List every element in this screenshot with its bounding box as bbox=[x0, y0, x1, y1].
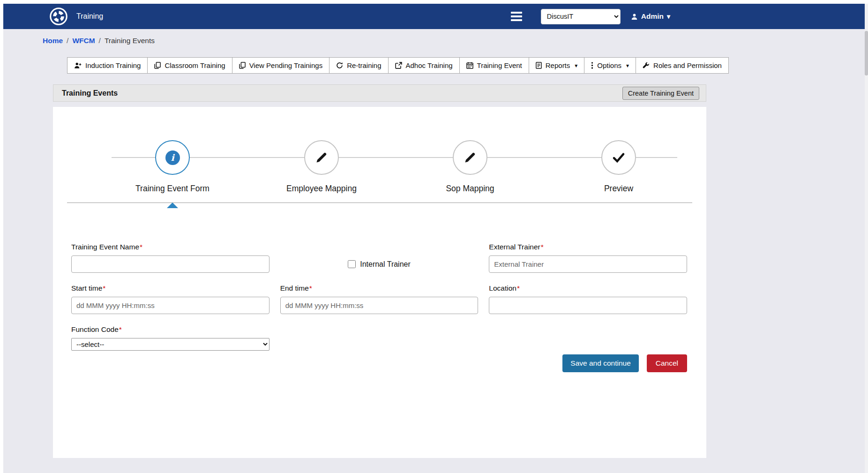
pencil-icon bbox=[314, 150, 329, 165]
toolbar-label: Classroom Training bbox=[165, 61, 225, 69]
location-label: Location* bbox=[489, 284, 687, 293]
wizard-step-employee-mapping[interactable]: Employee Mapping bbox=[265, 140, 378, 194]
scrollbar-thumb[interactable] bbox=[865, 31, 868, 75]
breadcrumb-home[interactable]: Home bbox=[43, 37, 63, 45]
field-external-trainer: External Trainer* bbox=[489, 243, 687, 273]
required-asterisk: * bbox=[119, 325, 122, 333]
required-asterisk: * bbox=[140, 243, 142, 251]
toolbar-reports-dropdown[interactable]: Reports ▾ bbox=[529, 57, 585, 74]
app-viewport: Training DiscusIT Admin ▾ Home / WFCM / bbox=[3, 4, 865, 473]
external-link-icon bbox=[395, 62, 402, 69]
toolbar-label: Re-training bbox=[347, 61, 381, 69]
wizard-step-training-event-form[interactable]: i Training Event Form bbox=[116, 140, 229, 194]
internal-trainer-label: Internal Trainer bbox=[360, 260, 411, 269]
top-navbar: Training DiscusIT Admin ▾ bbox=[3, 4, 865, 29]
breadcrumb: Home / WFCM / Training Events bbox=[43, 37, 865, 45]
vertical-scrollbar[interactable] bbox=[865, 4, 868, 473]
app-logo-icon bbox=[49, 7, 68, 26]
toolbar-classroom-training[interactable]: Classroom Training bbox=[147, 57, 232, 74]
org-select[interactable]: DiscusIT bbox=[541, 9, 621, 24]
dots-vertical-icon bbox=[591, 62, 593, 69]
active-step-pointer-icon bbox=[167, 203, 178, 208]
wizard-step-circle[interactable] bbox=[601, 140, 636, 175]
wizard-step-label: Employee Mapping bbox=[265, 184, 378, 194]
field-end-time: End time* bbox=[280, 284, 479, 314]
wizard-step-circle[interactable] bbox=[304, 140, 339, 175]
required-asterisk: * bbox=[103, 284, 105, 292]
wizard-step-circle[interactable] bbox=[453, 140, 487, 175]
training-event-name-label: Training Event Name* bbox=[71, 243, 269, 251]
brand-title: Training bbox=[76, 12, 103, 21]
required-asterisk: * bbox=[309, 284, 312, 292]
refresh-icon bbox=[336, 62, 343, 69]
toolbar-label: Induction Training bbox=[85, 61, 141, 69]
required-asterisk: * bbox=[517, 284, 520, 292]
required-asterisk: * bbox=[541, 243, 544, 251]
toolbar-label: Roles and Permission bbox=[653, 61, 722, 69]
field-function-code: Function Code* --select-- bbox=[71, 325, 269, 351]
breadcrumb-current: Training Events bbox=[105, 37, 155, 45]
toolbar-label: Options bbox=[597, 61, 621, 69]
info-icon: i bbox=[165, 150, 180, 165]
location-input[interactable] bbox=[489, 297, 687, 314]
field-start-time: Start time* bbox=[71, 284, 269, 314]
panel-header: Training Events Create Training Event bbox=[53, 84, 706, 102]
toolbar-label: Reports bbox=[546, 61, 570, 69]
toolbar-view-pending-trainings[interactable]: View Pending Trainings bbox=[232, 57, 330, 74]
breadcrumb-separator: / bbox=[67, 37, 68, 45]
toolbar-induction-training[interactable]: Induction Training bbox=[67, 57, 148, 74]
page-title: Training Events bbox=[62, 89, 118, 98]
toolbar-label: Training Event bbox=[477, 61, 522, 69]
copy-icon bbox=[239, 62, 246, 69]
chevron-down-icon: ▾ bbox=[626, 62, 629, 69]
user-menu[interactable]: Admin ▾ bbox=[631, 12, 670, 21]
toolbar-re-training[interactable]: Re-training bbox=[329, 57, 388, 74]
user-label: Admin bbox=[641, 12, 664, 21]
training-event-panel: i Training Event Form Employee Mapping S… bbox=[53, 107, 706, 458]
training-event-name-input[interactable] bbox=[71, 255, 269, 273]
toolbar-roles-and-permission[interactable]: Roles and Permission bbox=[636, 57, 729, 74]
breadcrumb-separator: / bbox=[99, 37, 101, 45]
chevron-down-icon: ▾ bbox=[667, 13, 670, 20]
start-time-input[interactable] bbox=[71, 297, 269, 314]
save-and-continue-button[interactable]: Save and continue bbox=[562, 354, 638, 372]
report-icon bbox=[536, 62, 542, 69]
calendar-icon bbox=[466, 62, 473, 69]
wizard-divider bbox=[67, 203, 692, 203]
external-trainer-input[interactable] bbox=[489, 255, 687, 273]
check-icon bbox=[611, 150, 626, 165]
wrench-icon bbox=[643, 62, 650, 69]
toolbar-adhoc-training[interactable]: Adhoc Training bbox=[388, 57, 460, 74]
pencil-icon bbox=[463, 150, 477, 165]
function-code-label: Function Code* bbox=[71, 325, 269, 334]
create-training-event-button[interactable]: Create Training Event bbox=[622, 87, 699, 100]
function-code-select[interactable]: --select-- bbox=[71, 338, 269, 351]
training-event-form: Training Event Name* Internal Trainer Ex… bbox=[53, 243, 706, 351]
module-toolbar: Induction Training Classroom Training Vi… bbox=[67, 57, 865, 74]
form-actions: Save and continue Cancel bbox=[53, 354, 706, 372]
external-trainer-label: External Trainer* bbox=[489, 243, 687, 251]
person-plus-icon bbox=[74, 62, 82, 69]
end-time-label: End time* bbox=[280, 284, 479, 293]
page: Training DiscusIT Admin ▾ Home / WFCM / bbox=[0, 0, 868, 473]
wizard-steps: i Training Event Form Employee Mapping S… bbox=[53, 107, 706, 203]
copy-icon bbox=[154, 62, 161, 69]
wizard-step-circle[interactable]: i bbox=[155, 140, 190, 175]
wizard-step-sop-mapping[interactable]: Sop Mapping bbox=[414, 140, 526, 194]
wizard-step-label: Training Event Form bbox=[116, 184, 229, 194]
toolbar-label: View Pending Trainings bbox=[249, 61, 323, 69]
breadcrumb-wfcm[interactable]: WFCM bbox=[72, 37, 95, 45]
cancel-button[interactable]: Cancel bbox=[647, 354, 687, 372]
hamburger-menu-icon[interactable] bbox=[510, 10, 523, 23]
toolbar-label: Adhoc Training bbox=[406, 61, 453, 69]
field-training-event-name: Training Event Name* bbox=[71, 243, 269, 273]
toolbar-training-event[interactable]: Training Event bbox=[459, 57, 529, 74]
wizard-step-label: Preview bbox=[562, 184, 675, 194]
end-time-input[interactable] bbox=[280, 297, 479, 314]
wizard-step-preview[interactable]: Preview bbox=[562, 140, 675, 194]
toolbar-options-dropdown[interactable]: Options ▾ bbox=[584, 57, 636, 74]
user-icon bbox=[631, 13, 638, 20]
internal-trainer-option: Internal Trainer bbox=[280, 255, 479, 273]
internal-trainer-checkbox[interactable] bbox=[348, 260, 356, 268]
field-location: Location* bbox=[489, 284, 687, 314]
